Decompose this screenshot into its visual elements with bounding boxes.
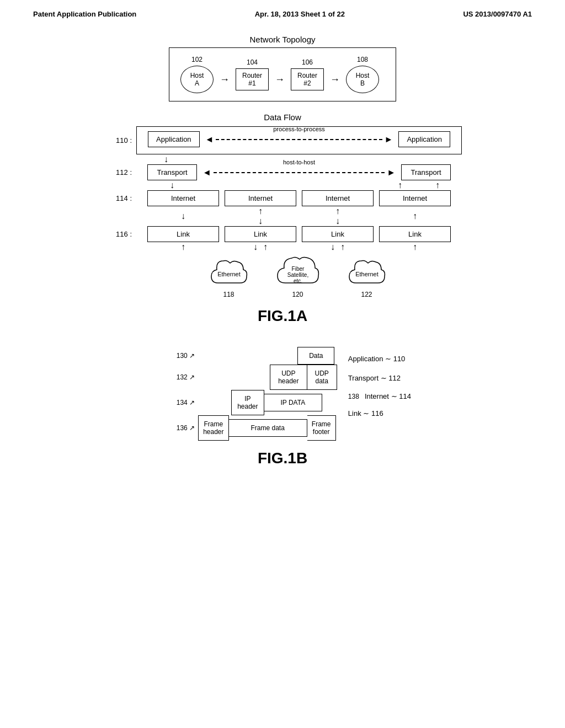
df-box-link-3: Link xyxy=(302,226,374,242)
topo-node-hosta: 102 HostA xyxy=(180,56,214,93)
topo-label-108: 108 xyxy=(357,56,368,63)
df-up-internet-4: ↑ xyxy=(379,211,451,221)
df-box-internet-3: Internet xyxy=(302,190,374,206)
df-box-link-2: Link xyxy=(225,226,296,242)
svg-text:etc.: etc. xyxy=(293,278,302,284)
cloud-svg-120: Fiber Satellite, etc. xyxy=(273,253,323,288)
fig1b-caption: FIG.1B xyxy=(258,449,307,467)
topo-label-102: 102 xyxy=(191,56,202,63)
right-arrow-p2p: ► xyxy=(385,135,393,144)
df-arrow-link2-cloud-down: ↓ xyxy=(253,242,258,252)
cloud-fiber-120: Fiber Satellite, etc. 120 xyxy=(273,253,323,298)
pkt-sub-138: 138 xyxy=(348,393,359,400)
df-arrow-link2-cloud-up: ↑ xyxy=(263,242,268,252)
dataflow-title: Data Flow xyxy=(264,113,301,122)
pkt-row-132: 132 ↗ UDPheader UDPdata xyxy=(154,365,337,390)
df-down-transport-left: ↓ xyxy=(147,180,197,190)
df-label-116: 116 : xyxy=(103,230,132,238)
header-center: Apr. 18, 2013 Sheet 1 of 22 xyxy=(255,10,345,18)
pkt-row-130: 130 ↗ Data xyxy=(154,347,334,365)
df-box-app-left: Application xyxy=(148,131,200,147)
df-box-app-right: Application xyxy=(398,131,450,147)
dashed-label-h2h: host-to-host xyxy=(283,159,315,165)
cloud-svg-118: Ethernet xyxy=(207,255,251,288)
fig1b-packet-area: 130 ↗ Data 132 ↗ UDPheader UDPdata 134 ↗… xyxy=(154,347,411,441)
header-left: Patent Application Publication xyxy=(33,10,136,18)
left-arrow-p2p: ◄ xyxy=(205,135,214,144)
pkt-right-app: Application ∼ 110 xyxy=(348,347,411,368)
pkt-layer-labels: Application ∼ 110 Transport ∼ 112 138 In… xyxy=(348,347,411,422)
topo-node-router1: 104 Router#1 xyxy=(236,58,269,90)
pkt-right-internet: Internet ∼ 114 xyxy=(365,392,411,400)
df-up-link-2: ↑ xyxy=(258,206,263,216)
dashed-label-p2p: process-to-process xyxy=(273,126,325,132)
pkt-right-link: Link ∼ 116 xyxy=(348,405,411,422)
pkt-label-130: 130 ↗ xyxy=(154,352,198,360)
cloud-num-120: 120 xyxy=(292,291,303,298)
cloud-num-118: 118 xyxy=(223,291,234,298)
cloud-ethernet-118: Ethernet 118 xyxy=(207,255,251,298)
pkt-row-136: 136 ↗ Frameheader Frame data Framefooter xyxy=(154,415,335,441)
pkt-cell-ip-header: IPheader xyxy=(231,390,264,415)
pkt-cell-frame-data: Frame data xyxy=(229,419,307,437)
pkt-row-134: 134 ↗ IPheader IP DATA xyxy=(154,390,322,415)
df-up-transport-right: ↑ xyxy=(435,180,440,190)
svg-text:Ethernet: Ethernet xyxy=(217,271,241,277)
fig1a-container: Network Topology 102 HostA → 104 Router#… xyxy=(44,35,521,341)
pkt-cell-udp-header: UDPheader xyxy=(270,365,307,390)
pkt-right-transport: Transport ∼ 112 xyxy=(348,368,411,388)
df-up-internet-r1: ↑ xyxy=(398,180,402,190)
df-arrow-link1-cloud: ↑ xyxy=(147,242,219,252)
packet-diagram-area: 130 ↗ Data 132 ↗ UDPheader UDPdata 134 ↗… xyxy=(154,347,337,441)
df-label-112: 112 : xyxy=(103,168,132,176)
topo-label-106: 106 xyxy=(302,58,313,66)
page-header: Patent Application Publication Apr. 18, … xyxy=(0,0,565,18)
cloud-svg-122: Ethernet xyxy=(345,255,389,288)
pkt-cell-ip-data: IP DATA xyxy=(264,394,323,411)
df-arrow-link3-cloud-down: ↓ xyxy=(331,242,335,252)
right-arrow-h2h: ► xyxy=(387,168,396,178)
cloud-ethernet-122: Ethernet 122 xyxy=(345,255,389,298)
pkt-cell-frame-footer: Framefooter xyxy=(307,415,336,441)
topo-arrow-2: → xyxy=(269,74,291,85)
left-arrow-h2h: ◄ xyxy=(202,168,211,178)
clouds-row: Ethernet 118 Fiber Satellite, etc. 120 xyxy=(132,255,463,298)
topology-title: Network Topology xyxy=(250,35,316,44)
svg-text:Fiber: Fiber xyxy=(291,266,304,272)
svg-text:Satellite,: Satellite, xyxy=(287,272,308,278)
pkt-label-136: 136 ↗ xyxy=(154,424,198,432)
df-down-internet-3: ↓ xyxy=(335,216,340,226)
df-box-internet-1: Internet xyxy=(147,190,219,206)
topo-label-104: 104 xyxy=(247,58,258,66)
topo-arrow-1: → xyxy=(214,74,236,85)
fig1b-container: 130 ↗ Data 132 ↗ UDPheader UDPdata 134 ↗… xyxy=(44,347,521,484)
topo-circle-hostb: HostB xyxy=(346,66,379,93)
topo-arrow-3: → xyxy=(324,74,346,85)
svg-text:Ethernet: Ethernet xyxy=(355,271,379,277)
df-arrow-link3-cloud-up: ↑ xyxy=(340,242,345,252)
pkt-label-132: 132 ↗ xyxy=(154,373,198,381)
df-box-link-1: Link xyxy=(147,226,219,242)
topo-rect-router1: Router#1 xyxy=(236,68,269,90)
df-box-transport-right: Transport xyxy=(401,164,451,180)
topology-section: Network Topology 102 HostA → 104 Router#… xyxy=(169,35,396,101)
fig1a-caption: FIG.1A xyxy=(258,307,307,325)
topo-node-hostb: 108 HostB xyxy=(346,56,379,93)
df-arrow-link4-cloud: ↑ xyxy=(379,242,451,252)
header-right: US 2013/0097470 A1 xyxy=(463,10,532,18)
topology-box: 102 HostA → 104 Router#1 → 106 Router#2 xyxy=(169,47,396,101)
df-box-internet-4: Internet xyxy=(379,190,451,206)
df-box-internet-2: Internet xyxy=(225,190,296,206)
pkt-cell-data: Data xyxy=(297,347,334,365)
topo-node-router2: 106 Router#2 xyxy=(291,58,324,90)
cloud-num-122: 122 xyxy=(361,291,372,298)
pkt-cell-frame-header: Frameheader xyxy=(198,415,228,441)
pkt-cell-udp-data: UDPdata xyxy=(307,365,337,390)
df-up-link-3: ↑ xyxy=(335,206,340,216)
df-down-internet-2: ↓ xyxy=(258,216,263,226)
pkt-label-134: 134 ↗ xyxy=(154,399,198,406)
df-label-114: 114 : xyxy=(103,194,132,202)
df-label-110: 110 : xyxy=(103,136,132,144)
topo-circle-hosta: HostA xyxy=(180,66,214,93)
df-box-transport-left: Transport xyxy=(147,164,197,180)
